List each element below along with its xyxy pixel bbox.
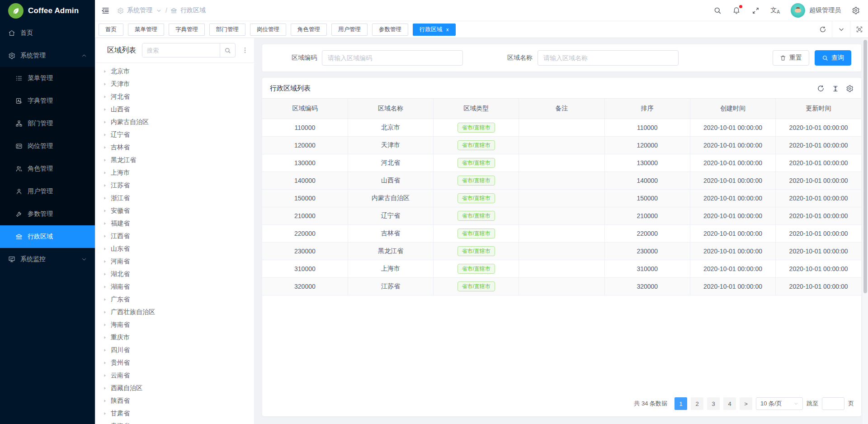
table-row-110000[interactable]: 110000北京市省市/直辖市1100002020-10-01 00:00:00…	[262, 119, 861, 137]
caret-right-icon[interactable]	[103, 171, 107, 175]
search-icon[interactable]	[713, 6, 722, 14]
sidebar-item-系统管理[interactable]: 系统管理	[0, 44, 95, 67]
table-row-130000[interactable]: 130000河北省省市/直辖市1300002020-10-01 00:00:00…	[262, 154, 861, 172]
row-height-icon[interactable]	[831, 85, 839, 92]
table-row-220000[interactable]: 220000吉林省省市/直辖市2200002020-10-01 00:00:00…	[262, 225, 861, 243]
caret-right-icon[interactable]	[103, 69, 107, 74]
tree-item-四川省[interactable]: 四川省	[100, 344, 254, 357]
page-button-1[interactable]: 1	[675, 397, 687, 410]
tree-item-广东省[interactable]: 广东省	[100, 293, 254, 306]
region-code-input[interactable]	[322, 50, 463, 66]
region-name-input[interactable]	[538, 50, 679, 66]
more-vertical-icon[interactable]	[241, 47, 249, 54]
tree-item-江西省[interactable]: 江西省	[100, 230, 254, 243]
tree-item-陕西省[interactable]: 陕西省	[100, 395, 254, 407]
caret-right-icon[interactable]	[103, 411, 107, 416]
caret-right-icon[interactable]	[103, 196, 107, 200]
breadcrumb-section[interactable]: 系统管理	[127, 6, 152, 14]
tree-item-福建省[interactable]: 福建省	[100, 217, 254, 230]
page-button-2[interactable]: 2	[691, 397, 703, 410]
caret-right-icon[interactable]	[103, 107, 107, 112]
tree-item-辽宁省[interactable]: 辽宁省	[100, 129, 254, 141]
table-row-140000[interactable]: 140000山西省省市/直辖市1400002020-10-01 00:00:00…	[262, 172, 861, 190]
caret-right-icon[interactable]	[103, 120, 107, 124]
sidebar-item-岗位管理[interactable]: 岗位管理	[0, 135, 95, 157]
tree-item-内蒙古自治区[interactable]: 内蒙古自治区	[100, 116, 254, 129]
reset-button[interactable]: 重置	[773, 50, 809, 66]
tab-部门管理[interactable]: 部门管理	[209, 24, 245, 36]
tab-参数管理[interactable]: 参数管理	[372, 24, 408, 36]
scrollbar-thumb[interactable]	[863, 40, 867, 293]
sidebar-item-用户管理[interactable]: 用户管理	[0, 180, 95, 203]
query-button[interactable]: 查询	[815, 50, 851, 66]
translate-icon[interactable]: 文A	[770, 6, 780, 14]
tree-search-button[interactable]	[220, 43, 235, 57]
tree-item-吉林省[interactable]: 吉林省	[100, 141, 254, 154]
fullscreen-icon[interactable]	[751, 6, 760, 14]
tree-item-甘肃省[interactable]: 甘肃省	[100, 407, 254, 420]
tree-item-湖南省[interactable]: 湖南省	[100, 281, 254, 293]
settings-gear-icon[interactable]	[852, 6, 860, 14]
refresh-tab-icon[interactable]	[814, 21, 832, 38]
table-row-120000[interactable]: 120000天津市省市/直辖市1200002020-10-01 00:00:00…	[262, 137, 861, 154]
caret-right-icon[interactable]	[103, 145, 107, 150]
page-button-3[interactable]: 3	[707, 397, 720, 410]
caret-right-icon[interactable]	[103, 386, 107, 391]
caret-right-icon[interactable]	[103, 297, 107, 302]
tree-item-海南省[interactable]: 海南省	[100, 319, 254, 331]
tree-item-重庆市[interactable]: 重庆市	[100, 331, 254, 344]
tree-item-广西壮族自治区[interactable]: 广西壮族自治区	[100, 306, 254, 319]
table-row-210000[interactable]: 210000辽宁省省市/直辖市2100002020-10-01 00:00:00…	[262, 207, 861, 225]
caret-right-icon[interactable]	[103, 158, 107, 162]
caret-right-icon[interactable]	[103, 259, 107, 264]
page-size-select[interactable]: 10 条/页	[756, 397, 803, 410]
tree-item-上海市[interactable]: 上海市	[100, 167, 254, 179]
table-row-230000[interactable]: 230000黑龙江省省市/直辖市2300002020-10-01 00:00:0…	[262, 243, 861, 260]
maximize-view-icon[interactable]	[850, 21, 868, 38]
sidebar-item-字典管理[interactable]: 字典管理	[0, 90, 95, 112]
tab-首页[interactable]: 首页	[99, 24, 123, 36]
tree-item-贵州省[interactable]: 贵州省	[100, 357, 254, 369]
close-tab-icon[interactable]: x	[446, 27, 449, 32]
sidebar-item-参数管理[interactable]: 参数管理	[0, 203, 95, 225]
tree-item-北京市[interactable]: 北京市	[100, 65, 254, 78]
caret-right-icon[interactable]	[103, 247, 107, 251]
sidebar-item-菜单管理[interactable]: 菜单管理	[0, 67, 95, 90]
caret-right-icon[interactable]	[103, 285, 107, 289]
caret-right-icon[interactable]	[103, 221, 107, 226]
brand-logo[interactable]: Coffee Admin	[0, 0, 95, 22]
next-page-button[interactable]: >	[740, 397, 752, 410]
tree-item-河北省[interactable]: 河北省	[100, 91, 254, 103]
tree-item-安徽省[interactable]: 安徽省	[100, 205, 254, 217]
caret-right-icon[interactable]	[103, 348, 107, 353]
tab-角色管理[interactable]: 角色管理	[291, 24, 327, 36]
tree-item-青海省[interactable]: 青海省	[100, 420, 254, 424]
tab-用户管理[interactable]: 用户管理	[331, 24, 368, 36]
sidebar-item-首页[interactable]: 首页	[0, 22, 95, 44]
caret-right-icon[interactable]	[103, 82, 107, 86]
tab-actions-chevron-icon[interactable]	[832, 21, 850, 38]
caret-right-icon[interactable]	[103, 209, 107, 213]
sidebar-item-角色管理[interactable]: 角色管理	[0, 157, 95, 180]
caret-right-icon[interactable]	[103, 335, 107, 340]
caret-right-icon[interactable]	[103, 183, 107, 188]
caret-right-icon[interactable]	[103, 234, 107, 238]
tab-岗位管理[interactable]: 岗位管理	[250, 24, 286, 36]
tab-行政区域[interactable]: 行政区域x	[413, 24, 456, 36]
user-menu[interactable]: 超级管理员	[791, 3, 841, 18]
caret-right-icon[interactable]	[103, 361, 107, 365]
collapse-sidebar-icon[interactable]	[101, 6, 110, 15]
tree-item-河南省[interactable]: 河南省	[100, 255, 254, 268]
caret-right-icon[interactable]	[103, 272, 107, 276]
caret-right-icon[interactable]	[103, 373, 107, 378]
tree-item-江苏省[interactable]: 江苏省	[100, 179, 254, 192]
refresh-icon[interactable]	[817, 85, 825, 92]
tree-item-浙江省[interactable]: 浙江省	[100, 192, 254, 205]
sidebar-item-部门管理[interactable]: 部门管理	[0, 112, 95, 135]
table-row-320000[interactable]: 320000江苏省省市/直辖市3200002020-10-01 00:00:00…	[262, 278, 861, 295]
tree-item-云南省[interactable]: 云南省	[100, 369, 254, 382]
notification-bell-icon[interactable]	[732, 6, 741, 14]
tab-字典管理[interactable]: 字典管理	[169, 24, 205, 36]
column-settings-gear-icon[interactable]	[846, 85, 854, 92]
tree-item-天津市[interactable]: 天津市	[100, 78, 254, 91]
